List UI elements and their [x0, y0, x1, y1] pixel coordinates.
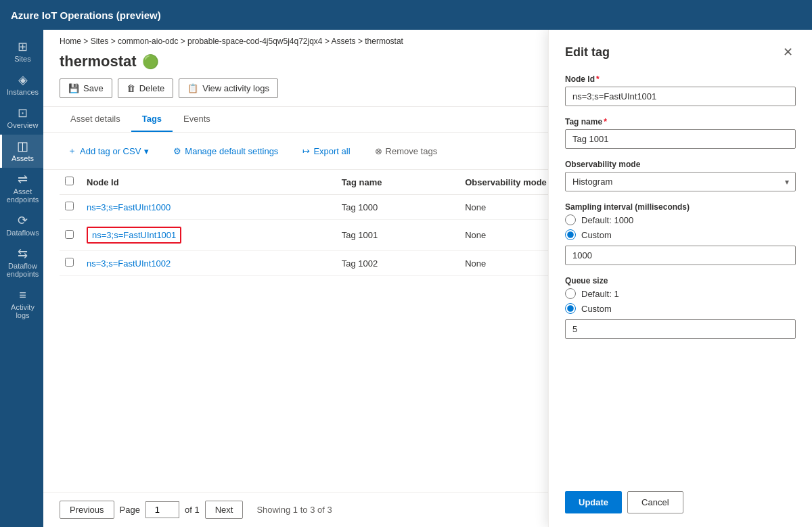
sites-icon: ⊞ [18, 41, 28, 53]
save-label: Save [83, 83, 104, 93]
sampling-default-label: Default: 1000 [581, 215, 633, 225]
sampling-custom-radio[interactable] [565, 229, 576, 240]
export-icon: ↦ [302, 146, 310, 156]
node-id-input[interactable] [565, 87, 796, 106]
sidebar-item-asset-endpoints[interactable]: ⇌ Asset endpoints [0, 168, 43, 209]
status-connected-icon: 🟢 [142, 53, 159, 70]
node-id-cell-0: ns=3;s=FastUInt1000 [81, 195, 336, 220]
app-header: Azure IoT Operations (preview) [0, 0, 812, 30]
panel-footer: Update Cancel [565, 478, 796, 513]
queue-custom-label: Custom [581, 304, 612, 314]
observability-select[interactable]: None Gauge Counter Histogram [565, 172, 796, 191]
save-button[interactable]: 💾 Save [60, 78, 112, 98]
observability-select-wrapper: None Gauge Counter Histogram ▾ [565, 172, 796, 191]
tab-asset-details[interactable]: Asset details [60, 107, 131, 132]
sidebar-label-asset-endpoints: Asset endpoints [5, 187, 41, 204]
node-id-group: Node Id* [565, 74, 796, 106]
app-title: Azure IoT Operations (preview) [11, 9, 161, 21]
sidebar-label-overview: Overview [7, 121, 39, 129]
sidebar-item-activity-logs[interactable]: ≡ Activity logs [0, 283, 43, 325]
remove-tags-button[interactable]: ⊗ Remove tags [367, 142, 446, 160]
page-label: Page [120, 505, 140, 515]
update-button[interactable]: Update [565, 491, 622, 513]
observability-group: Observability mode None Gauge Counter Hi… [565, 160, 796, 191]
of-label: of 1 [185, 505, 200, 515]
sidebar-item-dataflows[interactable]: ⟳ Dataflows [0, 209, 43, 242]
queue-radio-group: Default: 1 Custom [565, 288, 796, 314]
queue-default-label: Default: 1 [581, 289, 619, 299]
sampling-radio-group: Default: 1000 Custom [565, 214, 796, 240]
queue-default-option[interactable]: Default: 1 [565, 288, 796, 299]
save-icon: 💾 [68, 83, 79, 93]
tab-tags[interactable]: Tags [131, 107, 173, 132]
edit-panel: Edit tag ✕ Node Id* Tag name* Observabil… [548, 30, 812, 527]
previous-button[interactable]: Previous [60, 501, 114, 519]
col-node-id: Node Id [81, 170, 336, 195]
panel-header: Edit tag ✕ [565, 43, 796, 61]
row-checkbox-1[interactable] [65, 230, 74, 239]
remove-label: Remove tags [386, 146, 438, 156]
sidebar-item-instances[interactable]: ◈ Instances [0, 68, 43, 101]
row-checkbox-0[interactable] [65, 202, 74, 210]
breadcrumb-text: Home > Sites > common-aio-odc > probable… [60, 37, 403, 46]
activity-icon: 📋 [187, 83, 198, 93]
export-label: Export all [313, 146, 350, 156]
queue-custom-radio[interactable] [565, 303, 576, 314]
sidebar-label-activity-logs: Activity logs [5, 303, 41, 319]
sampling-default-radio[interactable] [565, 214, 576, 225]
sampling-label: Sampling interval (milliseconds) [565, 202, 796, 212]
view-activity-button[interactable]: 📋 View activity logs [179, 78, 278, 98]
row-checkbox-2[interactable] [65, 258, 74, 267]
col-tag-name: Tag name [336, 170, 459, 195]
close-button[interactable]: ✕ [780, 43, 796, 61]
delete-icon: 🗑 [127, 83, 135, 93]
sidebar-item-sites[interactable]: ⊞ Sites [0, 35, 43, 68]
add-tag-button[interactable]: ＋ Add tag or CSV ▾ [60, 141, 157, 161]
export-all-button[interactable]: ↦ Export all [294, 142, 358, 160]
sidebar-label-sites: Sites [14, 55, 30, 63]
sampling-custom-option[interactable]: Custom [565, 229, 796, 240]
tag-name-cell-1: Tag 1001 [336, 220, 459, 251]
assets-icon: ◫ [17, 140, 28, 152]
sampling-group: Sampling interval (milliseconds) Default… [565, 202, 796, 265]
add-chevron-icon: ▾ [144, 146, 149, 156]
tab-asset-details-label: Asset details [70, 114, 120, 124]
queue-value-input[interactable] [565, 319, 796, 339]
page-input[interactable] [145, 501, 179, 518]
sidebar-item-dataflow-endpoints[interactable]: ⇆ Dataflow endpoints [0, 242, 43, 283]
sampling-value-input[interactable] [565, 246, 796, 265]
tab-events-label: Events [183, 114, 210, 124]
tab-tags-label: Tags [142, 114, 162, 124]
observability-label: Observability mode [565, 160, 796, 169]
panel-title: Edit tag [565, 45, 610, 60]
sidebar-label-assets: Assets [12, 154, 34, 162]
next-button[interactable]: Next [205, 501, 244, 519]
queue-custom-option[interactable]: Custom [565, 303, 796, 314]
delete-label: Delete [139, 83, 165, 93]
cancel-button[interactable]: Cancel [627, 491, 683, 513]
sidebar-label-dataflows: Dataflows [6, 229, 39, 237]
select-all-checkbox[interactable] [65, 177, 74, 185]
tag-name-input[interactable] [565, 129, 796, 149]
sampling-default-option[interactable]: Default: 1000 [565, 214, 796, 225]
node-id-link-0[interactable]: ns=3;s=FastUInt1000 [87, 202, 171, 212]
add-tag-label: Add tag or CSV [80, 146, 141, 156]
showing-label: Showing 1 to 3 of 3 [256, 505, 332, 515]
delete-button[interactable]: 🗑 Delete [118, 78, 174, 98]
sampling-custom-label: Custom [581, 230, 612, 240]
node-id-link-2[interactable]: ns=3;s=FastUInt1002 [87, 258, 171, 269]
content-area: Home > Sites > common-aio-odc > probable… [43, 30, 812, 527]
tab-events[interactable]: Events [173, 107, 221, 132]
sidebar-item-overview[interactable]: ⊡ Overview [0, 101, 43, 135]
node-id-cell-2: ns=3;s=FastUInt1002 [81, 251, 336, 276]
node-id-cell-1: ns=3;s=FastUInt1001 [81, 220, 336, 251]
tag-name-cell-2: Tag 1002 [336, 251, 459, 276]
sidebar-item-assets[interactable]: ◫ Assets [0, 135, 43, 168]
node-id-link-1[interactable]: ns=3;s=FastUInt1001 [87, 227, 181, 244]
tag-name-cell-0: Tag 1000 [336, 195, 459, 220]
manage-settings-button[interactable]: ⚙ Manage default settings [165, 142, 286, 160]
tag-name-group: Tag name* [565, 117, 796, 149]
activity-logs-icon: ≡ [19, 289, 26, 301]
queue-default-radio[interactable] [565, 288, 576, 299]
remove-icon: ⊗ [375, 146, 382, 156]
